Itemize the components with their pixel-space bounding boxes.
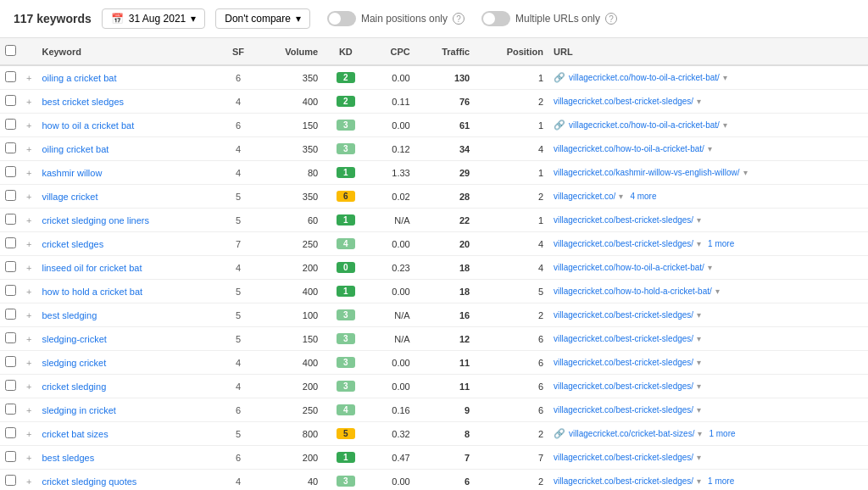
url-dropdown-icon[interactable]: ▾: [708, 144, 712, 153]
row-checkbox[interactable]: [5, 404, 16, 415]
url-link[interactable]: villagecricket.co/best-cricket-sledges/: [554, 476, 693, 486]
row-checkbox[interactable]: [5, 166, 16, 177]
url-link[interactable]: villagecricket.co/kashmir-willow-vs-engl…: [554, 168, 740, 177]
row-checkbox-cell[interactable]: [0, 303, 21, 327]
url-dropdown-icon[interactable]: ▾: [619, 192, 623, 201]
keyword-link[interactable]: linseed oil for cricket bat: [42, 263, 142, 273]
keyword-link[interactable]: village cricket: [42, 192, 97, 202]
th-keyword[interactable]: Keyword: [36, 38, 220, 65]
keyword-link[interactable]: how to oil a cricket bat: [42, 120, 134, 131]
keyword-link[interactable]: best sledging: [42, 310, 97, 320]
keyword-link[interactable]: sledging cricket: [42, 358, 106, 368]
row-expand-button[interactable]: +: [21, 161, 36, 185]
row-checkbox-cell[interactable]: [0, 90, 21, 114]
url-link[interactable]: villagecricket.co/best-cricket-sledges/: [554, 453, 693, 462]
keyword-link[interactable]: oiling cricket bat: [42, 144, 108, 154]
keyword-link[interactable]: cricket sledges: [42, 239, 103, 249]
row-checkbox[interactable]: [5, 475, 16, 486]
keyword-link[interactable]: oiling a cricket bat: [42, 73, 116, 83]
keyword-link[interactable]: cricket sledging quotes: [42, 476, 136, 487]
row-checkbox-cell[interactable]: [0, 470, 21, 488]
more-urls-link[interactable]: 1 more: [709, 429, 735, 438]
url-dropdown-icon[interactable]: ▾: [743, 168, 748, 177]
url-dropdown-icon[interactable]: ▾: [708, 263, 712, 272]
row-checkbox[interactable]: [5, 380, 16, 391]
row-expand-button[interactable]: +: [21, 280, 36, 303]
row-checkbox[interactable]: [5, 119, 16, 130]
row-checkbox-cell[interactable]: [0, 398, 21, 422]
row-checkbox[interactable]: [5, 427, 16, 438]
keyword-link[interactable]: cricket sledging one liners: [42, 215, 149, 226]
row-expand-button[interactable]: +: [21, 114, 36, 137]
url-dropdown-icon[interactable]: ▾: [723, 120, 727, 130]
url-dropdown-icon[interactable]: ▾: [697, 453, 701, 462]
main-positions-help-icon[interactable]: ?: [453, 13, 465, 25]
date-button[interactable]: 📅 31 Aug 2021 ▾: [102, 8, 205, 29]
row-checkbox-cell[interactable]: [0, 114, 21, 137]
row-checkbox-cell[interactable]: [0, 327, 21, 351]
select-all-checkbox[interactable]: [5, 45, 16, 56]
row-expand-button[interactable]: +: [21, 351, 36, 375]
keyword-link[interactable]: sledging-cricket: [42, 334, 106, 344]
row-expand-button[interactable]: +: [21, 470, 36, 488]
url-dropdown-icon[interactable]: ▾: [697, 334, 701, 343]
row-checkbox-cell[interactable]: [0, 137, 21, 161]
row-expand-button[interactable]: +: [21, 232, 36, 256]
th-traffic[interactable]: Traffic: [415, 38, 476, 65]
th-position[interactable]: Position: [475, 38, 548, 65]
row-checkbox-cell[interactable]: [0, 209, 21, 232]
row-checkbox[interactable]: [5, 285, 16, 296]
url-link[interactable]: villagecricket.co/best-cricket-sledges/: [554, 239, 693, 248]
url-dropdown-icon[interactable]: ▾: [697, 358, 701, 367]
row-checkbox[interactable]: [5, 451, 16, 462]
url-dropdown-icon[interactable]: ▾: [698, 429, 702, 438]
row-checkbox[interactable]: [5, 214, 16, 225]
url-link[interactable]: villagecricket.co/best-cricket-sledges/: [554, 381, 693, 391]
keyword-link[interactable]: how to hold a cricket bat: [42, 287, 142, 297]
keyword-link[interactable]: best sledges: [42, 453, 94, 463]
row-checkbox-cell[interactable]: [0, 185, 21, 209]
row-checkbox[interactable]: [5, 309, 16, 320]
url-link[interactable]: villagecricket.co/how-to-hold-a-cricket-…: [554, 287, 712, 296]
row-expand-button[interactable]: +: [21, 375, 36, 398]
row-expand-button[interactable]: +: [21, 209, 36, 232]
url-link[interactable]: villagecricket.co/best-cricket-sledges/: [554, 405, 693, 415]
row-checkbox[interactable]: [5, 95, 16, 106]
row-expand-button[interactable]: +: [21, 303, 36, 327]
row-checkbox-cell[interactable]: [0, 375, 21, 398]
row-checkbox-cell[interactable]: [0, 65, 21, 90]
url-link[interactable]: villagecricket.co/cricket-bat-sizes/: [569, 429, 694, 438]
row-expand-button[interactable]: +: [21, 137, 36, 161]
url-dropdown-icon[interactable]: ▾: [697, 310, 701, 320]
keyword-link[interactable]: best cricket sledges: [42, 97, 124, 107]
th-kd[interactable]: KD: [323, 38, 368, 65]
url-link[interactable]: villagecricket.co/best-cricket-sledges/: [554, 215, 693, 225]
row-checkbox-cell[interactable]: [0, 256, 21, 280]
row-expand-button[interactable]: +: [21, 398, 36, 422]
row-checkbox[interactable]: [5, 190, 16, 201]
more-urls-link[interactable]: 4 more: [630, 192, 656, 201]
th-volume[interactable]: Volume: [255, 38, 323, 65]
keyword-link[interactable]: cricket sledging: [42, 381, 106, 392]
url-dropdown-icon[interactable]: ▾: [697, 215, 701, 225]
url-dropdown-icon[interactable]: ▾: [697, 405, 701, 415]
more-urls-link[interactable]: 1 more: [708, 239, 734, 248]
row-checkbox-cell[interactable]: [0, 280, 21, 303]
row-expand-button[interactable]: +: [21, 446, 36, 470]
row-expand-button[interactable]: +: [21, 327, 36, 351]
url-dropdown-icon[interactable]: ▾: [697, 97, 701, 106]
multiple-urls-toggle[interactable]: [481, 11, 510, 26]
keyword-link[interactable]: cricket bat sizes: [42, 429, 108, 439]
multiple-urls-help-icon[interactable]: ?: [605, 13, 617, 25]
row-checkbox[interactable]: [5, 142, 16, 153]
th-sf[interactable]: SF: [221, 38, 256, 65]
th-cpc[interactable]: CPC: [369, 38, 415, 65]
url-link[interactable]: villagecricket.co/best-cricket-sledges/: [554, 358, 693, 367]
row-expand-button[interactable]: +: [21, 90, 36, 114]
url-dropdown-icon[interactable]: ▾: [723, 73, 727, 82]
url-link[interactable]: villagecricket.co/: [554, 192, 615, 201]
more-urls-link[interactable]: 1 more: [708, 476, 734, 486]
row-checkbox[interactable]: [5, 71, 16, 82]
keyword-link[interactable]: sledging in cricket: [42, 405, 115, 415]
url-link[interactable]: villagecricket.co/how-to-oil-a-cricket-b…: [554, 263, 704, 272]
